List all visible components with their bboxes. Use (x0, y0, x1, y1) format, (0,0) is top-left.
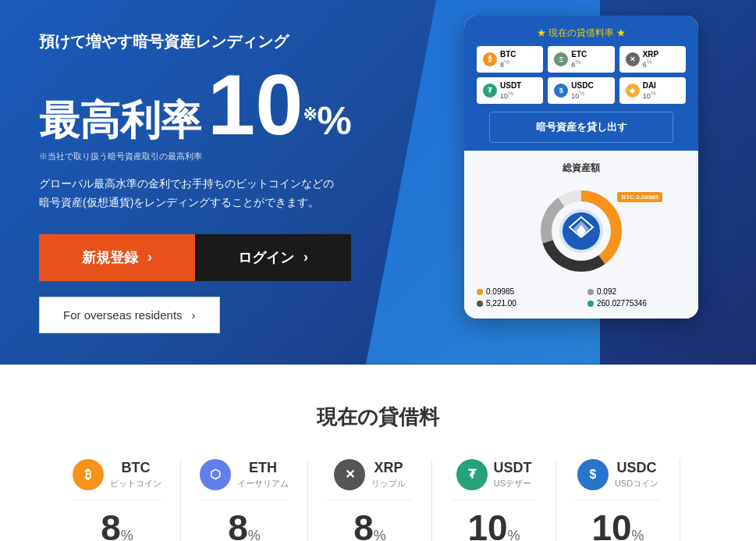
phone-mockup: ★ 現在の貸借料率 ★ ₿ BTC 8% Ξ ETC 8% (464, 16, 698, 319)
btc-icon: ₿ (483, 52, 497, 66)
register-label: 新規登録 (82, 248, 138, 267)
login-label: ログイン (238, 248, 294, 267)
currency-card-btc: ₿ BTC ビットコイン 8% (73, 459, 161, 541)
donut-chart: BTC 0.09985 (477, 184, 686, 278)
legend-btc: 0.09985 (477, 287, 575, 296)
legend-dot-dark (477, 301, 483, 307)
legend-gray: 0.092 (587, 287, 686, 296)
lend-button[interactable]: 暗号資産を貸し出す (489, 112, 673, 143)
asset-title: 総資産額 (477, 162, 686, 175)
hero-rate-label: 最高利率 (39, 100, 201, 141)
btc-badge: BTC 0.09985 (617, 192, 662, 202)
hero-right: ★ 現在の貸借料率 ★ ₿ BTC 8% Ξ ETC 8% (453, 0, 718, 365)
usdt-icon: ₮ (483, 84, 497, 98)
hero-buttons: 新規登録 › ログイン › (39, 234, 413, 281)
hero-rate-number: 10 (208, 62, 303, 148)
currency-card-xrp: ✕ XRP リップル 8% (327, 459, 413, 541)
legend-dot-gray (587, 289, 594, 295)
usdc-logo: $ (577, 459, 609, 490)
etc-icon: Ξ (554, 52, 568, 66)
rate-item-etc: Ξ ETC 8% (548, 46, 614, 73)
legend-dot-btc (477, 289, 483, 295)
hero-rate-note: ※当社で取り扱う暗号資産取引の最高利率 (39, 151, 413, 162)
hero-description: グローバル最高水準の金利でお手持ちのビットコインなどの暗号資産(仮想通貨)をレン… (39, 175, 413, 212)
phone-body: 総資産額 (464, 151, 698, 319)
hero-rate-container: 最高利率 10 ※% (39, 62, 413, 148)
bottom-section: 現在の貸借料 ₿ BTC ビットコイン 8% ⬡ ETH イーサリアム (0, 365, 756, 541)
rate-grid: ₿ BTC 8% Ξ ETC 8% ✕ (477, 46, 686, 104)
rate-item-usdt: ₮ USDT 10% (477, 77, 543, 104)
overseas-label: For overseas residents (63, 308, 183, 322)
dai-icon: ◈ (626, 84, 640, 98)
section-title: 現在の貸借料 (31, 404, 725, 431)
donut-svg (534, 184, 628, 278)
eth-logo: ⬡ (200, 459, 231, 490)
register-arrow: › (147, 249, 152, 265)
rate-indicator: ★ 現在の貸借料率 ★ (477, 27, 686, 40)
currency-card-usdt: ₮ USDT USテザー 10% (451, 459, 537, 541)
hero-rate-percent: ※% (303, 98, 351, 144)
divider-5 (680, 459, 680, 541)
btc-logo: ₿ (73, 459, 104, 490)
legend-green: 260.02775346 (587, 299, 686, 308)
rate-asterisk: ※ (303, 105, 317, 124)
xrp-icon: ✕ (626, 52, 640, 66)
currency-card-eth: ⬡ ETH イーサリアム 8% (200, 459, 289, 541)
divider-3 (431, 459, 432, 541)
xrp-logo: ✕ (334, 459, 365, 490)
currency-grid: ₿ BTC ビットコイン 8% ⬡ ETH イーサリアム 8% (31, 459, 725, 541)
legend-dark: 5,221.00 (477, 299, 575, 308)
hero-subtitle: 預けて増やす暗号資産レンディング (39, 31, 413, 52)
login-arrow: › (303, 249, 308, 265)
overseas-button[interactable]: For overseas residents › (39, 297, 220, 333)
currency-card-usdc: $ USDC USDコイン 10% (575, 459, 661, 541)
register-button[interactable]: 新規登録 › (39, 234, 195, 281)
divider-4 (555, 459, 556, 541)
overseas-arrow: › (192, 308, 196, 322)
hero-left: 預けて増やす暗号資産レンディング 最高利率 10 ※% ※当社で取り扱う暗号資産… (0, 0, 453, 365)
login-button[interactable]: ログイン › (195, 234, 351, 281)
divider-2 (307, 459, 308, 541)
phone-header: ★ 現在の貸借料率 ★ ₿ BTC 8% Ξ ETC 8% (464, 16, 698, 151)
divider-1 (180, 459, 181, 541)
rate-item-xrp: ✕ XRP 6% (619, 46, 686, 73)
usdt-logo: ₮ (456, 459, 488, 490)
rate-item-btc: ₿ BTC 8% (477, 46, 543, 73)
rate-item-dai: ◈ DAI 10% (619, 77, 686, 104)
overseas-button-container: For overseas residents › (39, 297, 413, 333)
asset-legend: 0.09985 0.092 5,221.00 260.02775346 (477, 287, 686, 308)
hero-section: 預けて増やす暗号資産レンディング 最高利率 10 ※% ※当社で取り扱う暗号資産… (0, 0, 756, 365)
usdc-icon: $ (554, 84, 568, 98)
rate-item-usdc: $ USDC 10% (548, 77, 614, 104)
legend-dot-green (587, 301, 594, 307)
